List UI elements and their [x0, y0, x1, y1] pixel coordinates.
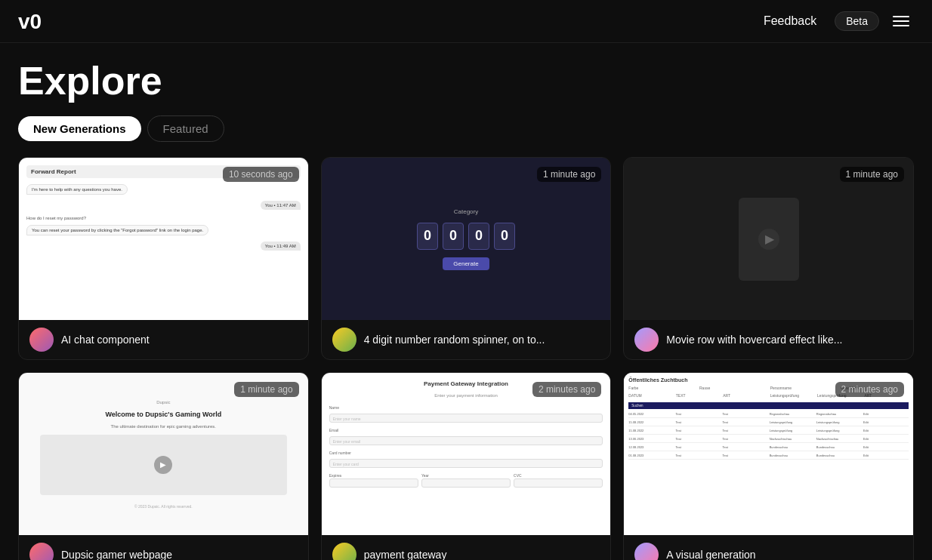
card-2-timestamp: 1 minute ago — [537, 167, 601, 182]
card-dupsic[interactable]: Dupsic Welcome to Dupsic's Gaming World … — [18, 372, 309, 560]
card-2-footer: 4 digit number random spinner, on to... — [322, 320, 611, 359]
card-3-timestamp: 1 minute ago — [840, 167, 904, 182]
header: v0 Feedback Beta — [0, 0, 932, 43]
card-5-preview: Payment Gateway Integration Enter your p… — [322, 373, 611, 535]
card-visual[interactable]: Öffentliches Zuchtbuch Farbe Rasse Perso… — [623, 372, 914, 560]
svg-text:▶: ▶ — [765, 232, 775, 245]
card-3-avatar — [634, 328, 659, 352]
menu-line-2 — [893, 20, 909, 22]
card-3-footer: Movie row with hovercard effect like... — [624, 320, 913, 359]
card-6-label: A visual generation — [666, 549, 755, 560]
card-4-avatar — [29, 543, 54, 560]
card-6-footer: A visual generation — [624, 535, 913, 560]
beta-badge: Beta — [835, 11, 879, 31]
card-movie[interactable]: ▶ 1 minute ago Movie row with hovercard … — [623, 157, 914, 360]
card-1-label: AI chat component — [61, 334, 150, 346]
card-spinner[interactable]: Category 0 0 0 0 Generate 1 minute ago 4… — [321, 157, 612, 360]
card-payment[interactable]: Payment Gateway Integration Enter your p… — [321, 372, 612, 560]
card-grid: Forward Report I'm here to help with any… — [0, 157, 932, 560]
menu-line-1 — [893, 16, 909, 17]
card-1-avatar — [29, 328, 54, 352]
card-5-label: payment gateway — [364, 549, 447, 560]
card-6-timestamp: 2 minutes ago — [835, 382, 904, 397]
card-4-label: Dupsic gamer webpage — [61, 549, 172, 560]
card-5-timestamp: 2 minutes ago — [532, 382, 601, 397]
menu-line-3 — [893, 25, 909, 26]
card-1-footer: AI chat component — [19, 320, 308, 359]
card-4-preview: Dupsic Welcome to Dupsic's Gaming World … — [19, 373, 308, 535]
card-2-avatar — [332, 328, 356, 352]
card-1-preview: Forward Report I'm here to help with any… — [19, 158, 308, 320]
card-2-label: 4 digit number random spinner, on to... — [364, 334, 545, 346]
card-4-footer: Dupsic gamer webpage — [19, 535, 308, 560]
card-6-avatar — [634, 543, 659, 560]
svg-text:v0: v0 — [18, 10, 42, 33]
card-3-label: Movie row with hovercard effect like... — [666, 334, 842, 346]
card-4-timestamp: 1 minute ago — [234, 382, 298, 397]
card-2-preview: Category 0 0 0 0 Generate — [322, 158, 611, 320]
logo: v0 — [18, 9, 54, 33]
card-1-timestamp: 10 seconds ago — [223, 167, 299, 182]
tab-featured[interactable]: Featured — [147, 115, 224, 142]
card-5-avatar — [332, 543, 356, 560]
card-5-footer: payment gateway — [322, 535, 611, 560]
tab-new-generations[interactable]: New Generations — [18, 116, 141, 141]
tabs-container: New Generations Featured — [0, 115, 932, 142]
page-title: Explore — [0, 43, 932, 115]
menu-button[interactable] — [888, 11, 914, 31]
feedback-button[interactable]: Feedback — [755, 10, 826, 32]
card-3-preview: ▶ — [624, 158, 913, 320]
card-6-preview: Öffentliches Zuchtbuch Farbe Rasse Perso… — [624, 373, 913, 535]
card-ai-chat[interactable]: Forward Report I'm here to help with any… — [18, 157, 309, 360]
header-right: Feedback Beta — [755, 10, 914, 32]
